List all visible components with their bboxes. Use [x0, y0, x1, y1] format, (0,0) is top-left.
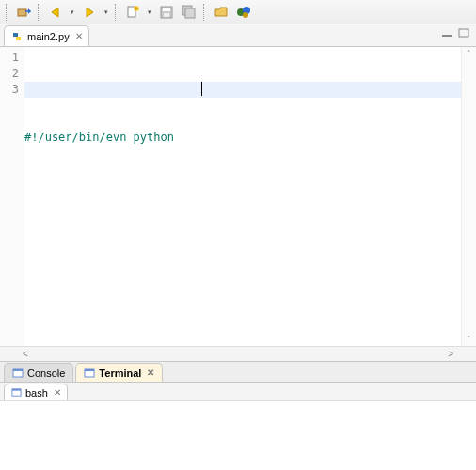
main-toolbar: ▾ ▾ ▾: [0, 0, 476, 24]
terminal-icon: [10, 387, 22, 399]
svg-rect-16: [85, 369, 94, 371]
terminal-area[interactable]: [0, 400, 476, 470]
editor-area: 1 2 3 #!/user/bin/evn python ˄ ˅: [0, 47, 476, 346]
chevron-down-icon: ▾: [148, 8, 151, 16]
terminal-tab-row: bash ✕: [0, 382, 476, 400]
text-cursor: [201, 82, 202, 96]
open-folder-button[interactable]: [211, 2, 231, 23]
editor-tab-row: main2.py ✕: [0, 24, 476, 47]
line-number: 1: [0, 50, 19, 66]
line-number: 3: [0, 82, 19, 98]
line-number: 2: [0, 66, 19, 82]
close-icon[interactable]: ✕: [54, 387, 61, 398]
svg-rect-18: [11, 389, 20, 391]
chevron-down-icon: ▾: [104, 8, 108, 16]
line-number-gutter: 1 2 3: [0, 47, 24, 346]
new-dropdown[interactable]: ▾: [145, 8, 154, 16]
code-area[interactable]: #!/user/bin/evn python: [24, 47, 461, 346]
terminal-tab-bash[interactable]: bash ✕: [4, 384, 68, 400]
tab-terminal-label: Terminal: [99, 368, 141, 379]
terminal-icon: [84, 368, 95, 379]
vertical-scrollbar[interactable]: ˄ ˅: [461, 47, 476, 346]
svg-rect-4: [163, 8, 170, 11]
tab-terminal[interactable]: Terminal ✕: [75, 363, 163, 382]
code-line: [24, 178, 461, 194]
new-file-icon: [125, 5, 140, 20]
forward-dropdown[interactable]: ▾: [102, 8, 111, 16]
horizontal-scrollbar[interactable]: < >: [0, 346, 476, 361]
svg-rect-11: [442, 35, 452, 37]
svg-rect-5: [164, 13, 169, 17]
close-icon[interactable]: ✕: [75, 31, 83, 41]
scroll-right-icon[interactable]: >: [448, 349, 453, 359]
code-line: #!/user/bin/evn python: [24, 130, 461, 146]
editor-tabrow-controls: [440, 27, 470, 39]
forward-button[interactable]: [79, 2, 100, 23]
save-all-icon: [182, 5, 197, 20]
terminal-tab-label: bash: [25, 387, 48, 399]
bottom-panel-tabs: Console Terminal ✕: [0, 361, 476, 382]
svg-rect-0: [18, 9, 26, 16]
folder-icon: [214, 5, 229, 20]
back-button[interactable]: [45, 2, 66, 23]
code-line: [24, 226, 461, 242]
back-dropdown[interactable]: ▾: [68, 8, 77, 16]
save-icon: [159, 5, 174, 20]
package-button[interactable]: [233, 2, 254, 23]
scroll-left-icon[interactable]: <: [23, 349, 28, 359]
tab-console[interactable]: Console: [4, 363, 73, 382]
console-icon: [12, 368, 24, 379]
svg-rect-14: [13, 369, 23, 371]
editor-tab-main2[interactable]: main2.py ✕: [4, 25, 89, 46]
package-icon: [236, 5, 251, 20]
svg-point-10: [243, 12, 248, 18]
current-line-highlight: [24, 82, 461, 98]
forward-arrow-icon: [82, 5, 97, 20]
toolbar-sep: [115, 4, 119, 21]
new-button[interactable]: [122, 2, 143, 23]
editor-tab-label: main2.py: [27, 31, 70, 42]
minimize-icon[interactable]: [440, 27, 453, 39]
close-icon[interactable]: ✕: [147, 368, 154, 378]
scroll-down-icon[interactable]: ˅: [467, 335, 471, 344]
back-arrow-icon: [48, 5, 63, 20]
python-file-icon: [10, 30, 24, 43]
chevron-down-icon: ▾: [71, 8, 74, 16]
toolbar-sep: [38, 4, 41, 21]
tab-console-label: Console: [27, 368, 65, 379]
save-all-button[interactable]: [179, 2, 199, 23]
svg-rect-12: [459, 29, 468, 37]
toolbar-grip: [6, 4, 9, 21]
svg-rect-7: [185, 8, 195, 18]
toolbar-sep: [203, 4, 207, 21]
save-button[interactable]: [156, 2, 177, 23]
export-icon: [16, 5, 31, 20]
scroll-up-icon[interactable]: ˄: [467, 49, 471, 58]
maximize-icon[interactable]: [457, 27, 470, 39]
export-button[interactable]: [13, 2, 34, 23]
